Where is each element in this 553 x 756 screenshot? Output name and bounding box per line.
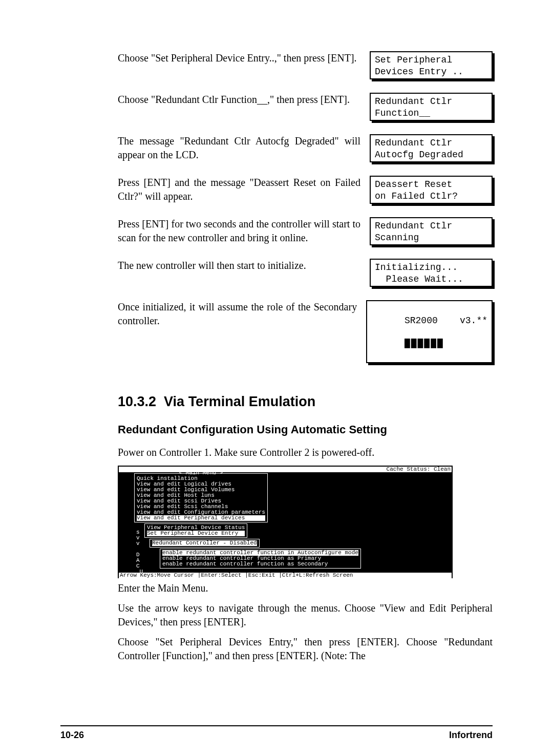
lcd-panel: Deassert Reset on Failed Ctlr? bbox=[370, 176, 493, 204]
main-menu-box: < Main Menu > Quick installation view an… bbox=[134, 473, 268, 522]
body-paragraph: Enter the Main Menu. bbox=[118, 581, 493, 595]
power-on-text: Power on Controller 1. Make sure Control… bbox=[118, 446, 493, 459]
terminal-statusbar: Arrow Keys:Move Cursor |Enter:Select |Es… bbox=[119, 573, 452, 578]
menu-item: view and edit Scsi channels bbox=[137, 504, 265, 510]
step-text: Once initialized, it will assume the rol… bbox=[118, 300, 366, 328]
section-number: 10.3.2 bbox=[118, 394, 156, 409]
body-paragraph: Use the arrow keys to navigate through t… bbox=[118, 601, 493, 629]
footer-rule bbox=[60, 725, 493, 726]
menu-title: < Main Menu > bbox=[137, 470, 265, 476]
menu-item: view and edit scsi Drives bbox=[137, 498, 265, 504]
section-title: Via Terminal Emulation bbox=[164, 394, 315, 409]
redundant-status: Redundant Controller - Disabled bbox=[152, 540, 257, 546]
step-text: Choose "Set Peripheral Device Entry..," … bbox=[118, 51, 370, 65]
menu-item-selected: view and edit Peripheral devices bbox=[137, 515, 265, 521]
redundant-box: Redundant Controller - Disabled bbox=[150, 539, 260, 548]
lcd-panel: Redundant Ctlr Autocfg Degraded bbox=[370, 134, 493, 162]
step-text: The new controller will then start to in… bbox=[118, 259, 370, 272]
menu-item: Quick installation bbox=[137, 476, 265, 481]
body-paragraph: Choose "Set Peripheral Devices Entry," t… bbox=[118, 635, 493, 663]
options-box: enable redundant controller function in … bbox=[160, 549, 361, 569]
submenu-item-selected: Set Peripheral Device Entry bbox=[147, 531, 245, 536]
lcd-panel: Redundant Ctlr Scanning bbox=[370, 217, 493, 245]
section-heading: 10.3.2 Via Terminal Emulation bbox=[118, 394, 493, 410]
lcd-panel: Initializing... Please Wait... bbox=[370, 259, 493, 287]
option-item-selected: enable redundant controller function in … bbox=[162, 550, 358, 556]
page-number: 10-26 bbox=[60, 730, 84, 741]
lcd-panel: SR2000 v3.** ██████ bbox=[366, 300, 493, 363]
lcd-panel: Redundant Ctlr Function__ bbox=[370, 93, 493, 121]
lcd-panel: Set Peripheral Devices Entry .. bbox=[370, 51, 493, 79]
lcd-blocks: ██████ bbox=[405, 339, 444, 349]
menu-item: view and edit Host luns bbox=[137, 493, 265, 498]
lcd-text: SR2000 v3.** bbox=[405, 316, 487, 326]
submenu-item: View Peripheral Device Status bbox=[147, 525, 245, 531]
option-item: enable redundant controller function as … bbox=[162, 561, 358, 567]
menu-item: view and edit Logical drives bbox=[137, 481, 265, 487]
terminal-screenshot: Cache Status: Clean < Main Menu > Quick … bbox=[118, 466, 453, 578]
brand-name: Infortrend bbox=[449, 730, 493, 741]
step-text: The message "Redundant Ctlr Autocfg Degr… bbox=[118, 134, 370, 162]
step-text: Choose "Redundant Ctlr Function__," then… bbox=[118, 93, 370, 107]
side-letters: s v v D A C U bbox=[136, 530, 143, 575]
submenu-box: View Peripheral Device Status Set Periph… bbox=[144, 523, 247, 538]
option-item: enable redundant controller function as … bbox=[162, 556, 358, 561]
subsection-heading: Redundant Configuration Using Automatic … bbox=[118, 423, 493, 436]
menu-item: view and edit logical Volumes bbox=[137, 487, 265, 493]
step-text: Press [ENT] and the message "Deassert Re… bbox=[118, 176, 370, 203]
menu-item: view and edit Configuration parameters bbox=[137, 510, 265, 515]
step-text: Press [ENT] for two seconds and the cont… bbox=[118, 217, 370, 245]
